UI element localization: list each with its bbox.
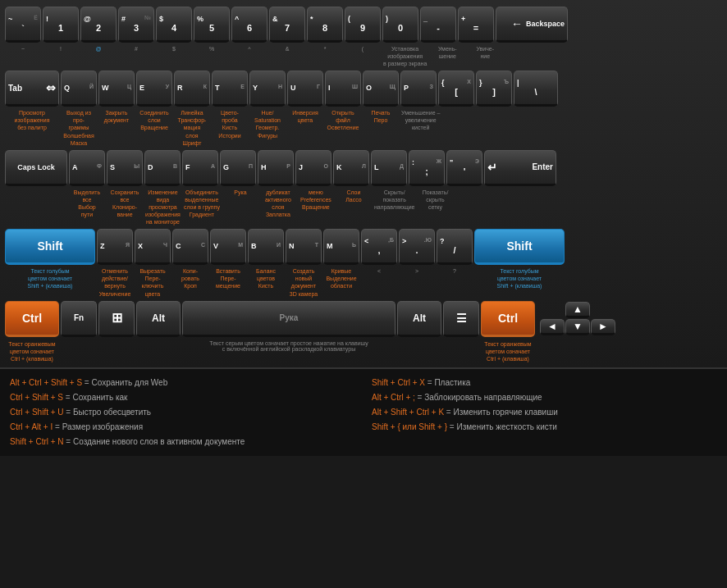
key-7[interactable]: & 7 <box>269 7 305 43</box>
shortcuts-left: Alt + Ctrl + Shift + S = Сохранить для W… <box>10 376 355 449</box>
key-k[interactable]: KЛ <box>333 150 369 186</box>
key-quote[interactable]: "Э ' <box>446 150 482 186</box>
key-win[interactable]: ⊞ <box>98 301 135 337</box>
key-w[interactable]: WЦ <box>98 71 135 107</box>
key-x[interactable]: XЧ <box>135 229 171 265</box>
key-t[interactable]: TЕ <box>212 71 248 107</box>
key-ctrl-right[interactable]: Ctrl <box>481 301 535 337</box>
shortcuts-right: Shift + Ctrl + X = Пластика Alt + Ctrl +… <box>372 376 717 449</box>
key-1[interactable]: ! 1 <box>43 7 79 43</box>
key-equals[interactable]: + = <box>458 7 494 43</box>
shortcut-1: Alt + Ctrl + Shift + S = Сохранить для W… <box>10 376 355 390</box>
shortcuts-section: Alt + Ctrl + Shift + S = Сохранить для W… <box>0 369 727 456</box>
key-menu[interactable]: ☰ <box>443 301 479 337</box>
key-caps-lock[interactable]: Caps Lock <box>5 150 67 186</box>
key-e[interactable]: EУ <box>136 71 172 107</box>
key-enter[interactable]: ↵ Enter <box>484 150 556 186</box>
row1-labels: ~ ! @ # $ % ^ & * ( Установка изображени… <box>5 44 722 68</box>
shortcut-5: Shift + Ctrl + N = Создание нового слоя … <box>10 435 355 449</box>
key-right[interactable]: ► <box>591 319 615 335</box>
row3-labels: ВыделитьвсеВыборпути СохранитьвсеКлониро… <box>5 188 722 226</box>
key-r[interactable]: RК <box>174 71 210 107</box>
key-period[interactable]: >.Ю . <box>399 229 435 265</box>
key-shift-left[interactable]: Shift <box>5 229 95 265</box>
key-4[interactable]: $ 4 <box>156 7 192 43</box>
key-backslash[interactable]: | \ <box>514 71 558 107</box>
key-c[interactable]: CС <box>172 229 208 265</box>
shortcut-6: Shift + Ctrl + X = Пластика <box>372 376 717 390</box>
ctrl-row-labels: Текст оранжевымцветом означаетCtrl + (кл… <box>5 339 722 364</box>
key-tab[interactable]: Tab ⇔ <box>5 71 59 107</box>
key-up[interactable]: ▲ <box>565 302 590 318</box>
key-y[interactable]: YН <box>249 71 286 107</box>
key-z[interactable]: ZЯ <box>97 229 133 265</box>
key-d[interactable]: DВ <box>144 150 181 186</box>
key-semicolon[interactable]: :Ж ; <box>409 150 445 186</box>
zxcv-row: Shift ZЯ XЧ CС VМ BИ NТ MЬ <,Б , >.Ю . <box>5 229 722 265</box>
keyboard-container: ~ Ё ` ! 1 @ 2 #№ 3 $ 4 % 5 ^ 6 <box>0 0 727 369</box>
key-minus[interactable]: _ - <box>420 7 456 43</box>
key-o[interactable]: OЩ <box>363 71 399 107</box>
key-backspace[interactable]: ← Backspace <box>496 7 568 43</box>
key-alt-right[interactable]: Alt <box>397 301 441 337</box>
shortcut-7: Alt + Ctrl + ; = Заблокировать направляю… <box>372 390 717 405</box>
shortcut-3: Ctrl + Shift + U = Быстро обесцветить <box>10 405 355 420</box>
key-fn[interactable]: Fn <box>61 301 97 337</box>
key-v[interactable]: VМ <box>210 229 246 265</box>
ctrl-row: Ctrl Fn ⊞ Alt Рука Alt ☰ Ctrl ▲ ◄ <box>5 301 722 337</box>
key-u[interactable]: UГ <box>287 71 323 107</box>
key-b[interactable]: BИ <box>248 229 284 265</box>
qwerty-row: Tab ⇔ QЙ WЦ EУ RК TЕ YН UГ IШ OЩ P <box>5 71 722 107</box>
key-n[interactable]: NТ <box>286 229 322 265</box>
key-ctrl-left[interactable]: Ctrl <box>5 301 59 337</box>
row2-labels: Просмотризображениябез палитр Выход изпр… <box>5 108 722 147</box>
shortcut-9: Shift + { или Shift + } = Изменить жестк… <box>372 420 717 435</box>
key-g[interactable]: GП <box>220 150 256 186</box>
key-h[interactable]: HР <box>258 150 294 186</box>
key-p[interactable]: PЗ <box>400 71 437 107</box>
asdf-row: Caps Lock AФ SЫ DВ FА GП HР JО KЛ LД :Ж <box>5 150 722 186</box>
key-9[interactable]: ( 9 <box>345 7 381 43</box>
key-down[interactable]: ▼ <box>565 319 590 335</box>
key-alt-left[interactable]: Alt <box>136 301 181 337</box>
key-m[interactable]: MЬ <box>323 229 359 265</box>
key-lbracket[interactable]: {Х [ <box>438 71 474 107</box>
key-slash[interactable]: ? / <box>437 229 473 265</box>
key-a[interactable]: AФ <box>69 150 105 186</box>
key-l[interactable]: LД <box>371 150 407 186</box>
shortcut-8: Alt + Shift + Ctrl + K = Изменить горячи… <box>372 405 717 420</box>
key-i[interactable]: IШ <box>325 71 361 107</box>
key-8[interactable]: * 8 <box>307 7 343 43</box>
key-j[interactable]: JО <box>295 150 331 186</box>
key-3[interactable]: #№ 3 <box>118 7 154 43</box>
key-6[interactable]: ^ 6 <box>231 7 267 43</box>
key-f[interactable]: FА <box>182 150 218 186</box>
key-2[interactable]: @ 2 <box>80 7 117 43</box>
shortcut-4: Ctrl + Alt + I = Размер изображения <box>10 420 355 435</box>
key-left[interactable]: ◄ <box>540 319 565 335</box>
arrow-cluster: ▲ ◄ ▼ ► <box>540 302 615 335</box>
row4-labels: Текст голубымцветом означаетShift + (кла… <box>5 267 722 298</box>
key-q[interactable]: QЙ <box>61 71 97 107</box>
key-space[interactable]: Рука <box>182 301 396 337</box>
key-comma[interactable]: <,Б , <box>361 229 397 265</box>
key-0[interactable]: ) 0 <box>382 7 418 43</box>
key-backtick[interactable]: ~ Ё ` <box>5 7 41 43</box>
shortcut-2: Ctrl + Shift + S = Сохранить как <box>10 390 355 405</box>
key-shift-right[interactable]: Shift <box>474 229 565 265</box>
key-s[interactable]: SЫ <box>107 150 143 186</box>
key-5[interactable]: % 5 <box>194 7 230 43</box>
number-row: ~ Ё ` ! 1 @ 2 #№ 3 $ 4 % 5 ^ 6 <box>5 7 722 43</box>
key-rbracket[interactable]: }Ъ ] <box>476 71 512 107</box>
